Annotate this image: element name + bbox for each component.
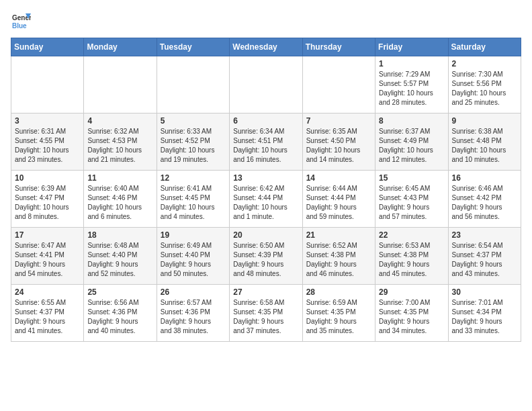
day-info: Sunrise: 6:32 AM Sunset: 4:53 PM Dayligh… bbox=[87, 127, 152, 165]
calendar-cell: 23Sunrise: 6:54 AM Sunset: 4:37 PM Dayli… bbox=[448, 228, 521, 285]
day-number: 23 bbox=[452, 230, 517, 240]
day-number: 7 bbox=[306, 116, 371, 126]
day-info: Sunrise: 6:40 AM Sunset: 4:46 PM Dayligh… bbox=[87, 184, 152, 222]
day-number: 28 bbox=[306, 287, 371, 297]
weekday-header-friday: Friday bbox=[375, 38, 448, 56]
calendar-cell: 20Sunrise: 6:50 AM Sunset: 4:39 PM Dayli… bbox=[230, 228, 302, 285]
day-info: Sunrise: 6:41 AM Sunset: 4:45 PM Dayligh… bbox=[161, 184, 226, 222]
calendar-cell: 26Sunrise: 6:57 AM Sunset: 4:36 PM Dayli… bbox=[157, 285, 229, 342]
day-number: 30 bbox=[452, 287, 517, 297]
day-info: Sunrise: 6:35 AM Sunset: 4:50 PM Dayligh… bbox=[306, 127, 371, 165]
day-info: Sunrise: 6:47 AM Sunset: 4:41 PM Dayligh… bbox=[15, 241, 80, 279]
calendar-cell: 9Sunrise: 6:38 AM Sunset: 4:48 PM Daylig… bbox=[448, 113, 521, 171]
calendar-cell: 24Sunrise: 6:55 AM Sunset: 4:37 PM Dayli… bbox=[11, 285, 84, 342]
day-info: Sunrise: 6:52 AM Sunset: 4:38 PM Dayligh… bbox=[306, 241, 371, 279]
calendar-cell: 15Sunrise: 6:45 AM Sunset: 4:43 PM Dayli… bbox=[375, 171, 448, 228]
day-number: 1 bbox=[379, 59, 444, 68]
day-number: 12 bbox=[161, 173, 226, 183]
day-number: 13 bbox=[233, 173, 298, 183]
day-number: 11 bbox=[87, 173, 152, 183]
day-number: 10 bbox=[15, 173, 80, 183]
calendar-cell: 17Sunrise: 6:47 AM Sunset: 4:41 PM Dayli… bbox=[11, 228, 84, 285]
day-info: Sunrise: 6:53 AM Sunset: 4:38 PM Dayligh… bbox=[379, 241, 444, 279]
logo: General Blue bbox=[11, 11, 31, 31]
calendar-cell: 30Sunrise: 7:01 AM Sunset: 4:34 PM Dayli… bbox=[448, 285, 521, 342]
calendar-cell: 25Sunrise: 6:56 AM Sunset: 4:36 PM Dayli… bbox=[84, 285, 157, 342]
weekday-header-tuesday: Tuesday bbox=[157, 38, 229, 56]
day-number: 2 bbox=[452, 59, 517, 68]
weekday-header-saturday: Saturday bbox=[448, 38, 521, 56]
header: General Blue bbox=[11, 11, 521, 31]
day-number: 3 bbox=[15, 116, 80, 126]
calendar-cell: 22Sunrise: 6:53 AM Sunset: 4:38 PM Dayli… bbox=[375, 228, 448, 285]
day-number: 24 bbox=[15, 287, 80, 297]
calendar-cell: 29Sunrise: 7:00 AM Sunset: 4:35 PM Dayli… bbox=[375, 285, 448, 342]
day-info: Sunrise: 7:01 AM Sunset: 4:34 PM Dayligh… bbox=[452, 298, 517, 336]
day-info: Sunrise: 6:54 AM Sunset: 4:37 PM Dayligh… bbox=[452, 241, 517, 279]
calendar-cell: 16Sunrise: 6:46 AM Sunset: 4:42 PM Dayli… bbox=[448, 171, 521, 228]
day-number: 6 bbox=[233, 116, 298, 126]
day-info: Sunrise: 6:38 AM Sunset: 4:48 PM Dayligh… bbox=[452, 127, 517, 165]
weekday-header-wednesday: Wednesday bbox=[230, 38, 302, 56]
calendar-cell bbox=[157, 56, 229, 113]
day-info: Sunrise: 7:30 AM Sunset: 5:56 PM Dayligh… bbox=[452, 70, 517, 107]
logo-icon: General Blue bbox=[11, 11, 31, 31]
calendar-cell bbox=[84, 56, 157, 113]
calendar-cell: 12Sunrise: 6:41 AM Sunset: 4:45 PM Dayli… bbox=[157, 171, 229, 228]
day-info: Sunrise: 7:29 AM Sunset: 5:57 PM Dayligh… bbox=[379, 70, 444, 107]
day-info: Sunrise: 6:31 AM Sunset: 4:55 PM Dayligh… bbox=[15, 127, 80, 165]
day-info: Sunrise: 6:33 AM Sunset: 4:52 PM Dayligh… bbox=[161, 127, 226, 165]
day-info: Sunrise: 6:37 AM Sunset: 4:49 PM Dayligh… bbox=[379, 127, 444, 165]
day-number: 16 bbox=[452, 173, 517, 183]
calendar-cell bbox=[230, 56, 302, 113]
day-number: 18 bbox=[87, 230, 152, 240]
day-info: Sunrise: 6:49 AM Sunset: 4:40 PM Dayligh… bbox=[161, 241, 226, 279]
day-info: Sunrise: 6:44 AM Sunset: 4:44 PM Dayligh… bbox=[306, 184, 371, 222]
calendar-cell: 2Sunrise: 7:30 AM Sunset: 5:56 PM Daylig… bbox=[448, 56, 521, 113]
day-info: Sunrise: 7:00 AM Sunset: 4:35 PM Dayligh… bbox=[379, 298, 444, 336]
weekday-header-sunday: Sunday bbox=[11, 38, 84, 56]
day-info: Sunrise: 6:39 AM Sunset: 4:47 PM Dayligh… bbox=[15, 184, 80, 222]
day-number: 29 bbox=[379, 287, 444, 297]
weekday-header-monday: Monday bbox=[84, 38, 157, 56]
calendar-cell: 8Sunrise: 6:37 AM Sunset: 4:49 PM Daylig… bbox=[375, 113, 448, 171]
day-info: Sunrise: 6:46 AM Sunset: 4:42 PM Dayligh… bbox=[452, 184, 517, 222]
calendar-cell: 21Sunrise: 6:52 AM Sunset: 4:38 PM Dayli… bbox=[302, 228, 375, 285]
svg-text:Blue: Blue bbox=[12, 22, 27, 30]
day-info: Sunrise: 6:57 AM Sunset: 4:36 PM Dayligh… bbox=[161, 298, 226, 336]
calendar-cell: 19Sunrise: 6:49 AM Sunset: 4:40 PM Dayli… bbox=[157, 228, 229, 285]
day-number: 4 bbox=[87, 116, 152, 126]
calendar-cell: 28Sunrise: 6:59 AM Sunset: 4:35 PM Dayli… bbox=[302, 285, 375, 342]
calendar-cell: 1Sunrise: 7:29 AM Sunset: 5:57 PM Daylig… bbox=[375, 56, 448, 113]
weekday-header-thursday: Thursday bbox=[302, 38, 375, 56]
calendar-cell: 11Sunrise: 6:40 AM Sunset: 4:46 PM Dayli… bbox=[84, 171, 157, 228]
day-info: Sunrise: 6:58 AM Sunset: 4:35 PM Dayligh… bbox=[233, 298, 298, 336]
calendar-cell: 13Sunrise: 6:42 AM Sunset: 4:44 PM Dayli… bbox=[230, 171, 302, 228]
day-number: 5 bbox=[161, 116, 226, 126]
calendar-cell: 3Sunrise: 6:31 AM Sunset: 4:55 PM Daylig… bbox=[11, 113, 84, 171]
calendar-cell: 4Sunrise: 6:32 AM Sunset: 4:53 PM Daylig… bbox=[84, 113, 157, 171]
day-number: 14 bbox=[306, 173, 371, 183]
calendar-cell: 18Sunrise: 6:48 AM Sunset: 4:40 PM Dayli… bbox=[84, 228, 157, 285]
day-info: Sunrise: 6:42 AM Sunset: 4:44 PM Dayligh… bbox=[233, 184, 298, 222]
day-number: 27 bbox=[233, 287, 298, 297]
day-info: Sunrise: 6:55 AM Sunset: 4:37 PM Dayligh… bbox=[15, 298, 80, 336]
day-number: 9 bbox=[452, 116, 517, 126]
day-number: 19 bbox=[161, 230, 226, 240]
day-number: 26 bbox=[161, 287, 226, 297]
day-number: 15 bbox=[379, 173, 444, 183]
day-info: Sunrise: 6:45 AM Sunset: 4:43 PM Dayligh… bbox=[379, 184, 444, 222]
day-info: Sunrise: 6:48 AM Sunset: 4:40 PM Dayligh… bbox=[87, 241, 152, 279]
calendar-cell: 5Sunrise: 6:33 AM Sunset: 4:52 PM Daylig… bbox=[157, 113, 229, 171]
calendar-table: SundayMondayTuesdayWednesdayThursdayFrid… bbox=[11, 38, 521, 342]
calendar-cell bbox=[302, 56, 375, 113]
day-info: Sunrise: 6:59 AM Sunset: 4:35 PM Dayligh… bbox=[306, 298, 371, 336]
day-info: Sunrise: 6:56 AM Sunset: 4:36 PM Dayligh… bbox=[87, 298, 152, 336]
day-number: 21 bbox=[306, 230, 371, 240]
calendar-cell: 7Sunrise: 6:35 AM Sunset: 4:50 PM Daylig… bbox=[302, 113, 375, 171]
calendar-cell: 6Sunrise: 6:34 AM Sunset: 4:51 PM Daylig… bbox=[230, 113, 302, 171]
day-number: 17 bbox=[15, 230, 80, 240]
day-number: 8 bbox=[379, 116, 444, 126]
calendar-cell: 27Sunrise: 6:58 AM Sunset: 4:35 PM Dayli… bbox=[230, 285, 302, 342]
day-info: Sunrise: 6:34 AM Sunset: 4:51 PM Dayligh… bbox=[233, 127, 298, 165]
